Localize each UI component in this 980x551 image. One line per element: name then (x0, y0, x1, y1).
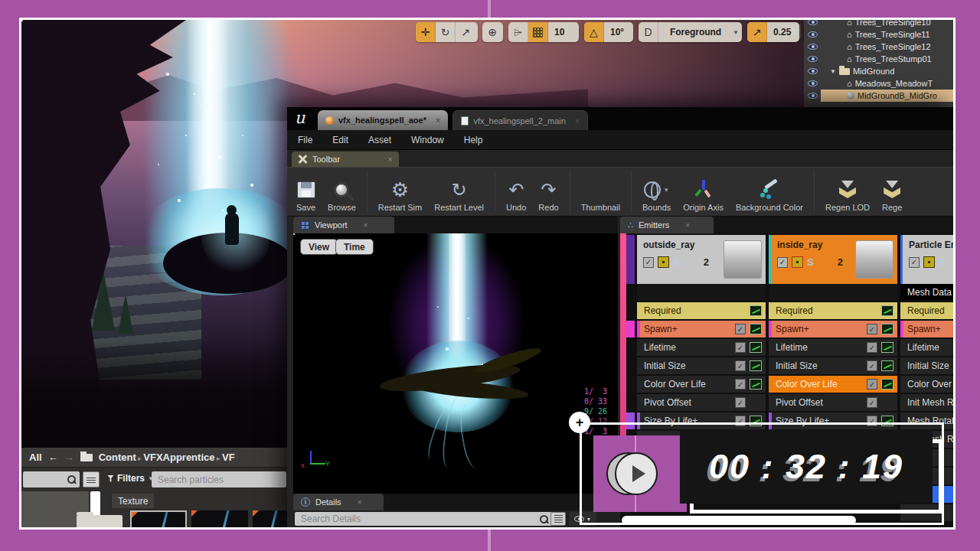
bounds-button[interactable]: ▼Bounds (636, 168, 677, 216)
curve-graph-icon[interactable] (881, 342, 893, 353)
module-row-required[interactable]: Required (769, 302, 897, 319)
view-button[interactable]: View (300, 239, 338, 255)
move-tool-icon[interactable]: ✛ (416, 22, 436, 42)
clipped-emitter-strip[interactable] (620, 233, 626, 442)
module-row-lifetime[interactable]: Lifetime✓ (637, 339, 766, 356)
curve-graph-icon[interactable] (750, 305, 762, 316)
asset-folder-icon[interactable] (77, 515, 122, 527)
module-row-blank[interactable] (637, 284, 766, 300)
outliner-row[interactable]: ⌂Trees_TreeSingle10 (804, 20, 953, 28)
tab-vfx-healingspell-aoe[interactable]: vfx_healingspell_aoe* × (318, 110, 448, 130)
solo-icon[interactable]: S (807, 256, 814, 268)
burst-icon[interactable] (923, 256, 935, 268)
save-button[interactable]: Save (290, 168, 322, 216)
window-titlebar[interactable]: u vfx_healingspell_aoe* × vfx_healingspe… (287, 107, 953, 130)
all-label[interactable]: All (29, 452, 42, 463)
property-matrix-button[interactable] (550, 512, 566, 526)
curve-graph-icon[interactable] (881, 324, 893, 334)
breadcrumb-item[interactable]: Content (99, 452, 136, 463)
restart-level-button[interactable]: ↻Restart Level (428, 168, 490, 216)
eye-icon[interactable] (804, 56, 821, 62)
curve-graph-icon[interactable] (750, 324, 762, 334)
emitter-header[interactable]: outside_ray ✓ S 2 (637, 235, 766, 284)
details-search-input[interactable] (295, 512, 552, 526)
tab-vfx-healingspell-2-main[interactable]: vfx_healingspell_2_main × (452, 110, 588, 130)
module-row-spawn-[interactable]: Spawn+✓ (769, 321, 897, 337)
eye-icon[interactable] (804, 80, 821, 86)
close-icon[interactable]: × (388, 155, 393, 164)
grid-snap-icon[interactable] (528, 22, 548, 42)
texture-filter-badge[interactable]: Texture (110, 494, 154, 508)
module-row-spawn-[interactable]: Spawn+✓ (637, 321, 766, 337)
module-enabled-checkbox[interactable]: ✓ (867, 324, 877, 334)
layer-dropdown[interactable]: Foreground (658, 27, 733, 37)
close-icon[interactable]: × (364, 221, 368, 230)
module-enabled-checkbox[interactable]: ✓ (867, 379, 877, 390)
particle-viewport[interactable]: View Time 1/ 30/ 339/ 265/ 121/ 3 xY (293, 233, 618, 494)
emitter-enabled-checkbox[interactable]: ✓ (643, 257, 654, 268)
menu-item-file[interactable]: File (298, 135, 312, 145)
menu-item-edit[interactable]: Edit (332, 135, 348, 145)
module-enabled-checkbox[interactable]: ✓ (867, 342, 877, 353)
asset-thumbnail[interactable] (191, 510, 248, 527)
module-enabled-checkbox[interactable]: ✓ (735, 360, 746, 371)
emitter-enabled-checkbox[interactable]: ✓ (777, 257, 788, 268)
curve-graph-icon[interactable] (881, 360, 893, 371)
module-row-init-mesh-ro[interactable]: Init Mesh Ro (900, 394, 953, 411)
rotation-snap-icon[interactable]: D (639, 22, 658, 42)
module-row-required[interactable]: Required (637, 302, 766, 319)
camera-speed-value[interactable]: 0.25 (767, 27, 797, 37)
timer-progress-bar[interactable] (622, 516, 856, 525)
scale-tool-icon[interactable]: ↗ (456, 22, 475, 42)
surface-snap-icon[interactable]: ⌲ (508, 22, 528, 42)
sources-search-input[interactable] (23, 471, 80, 487)
time-button[interactable]: Time (335, 239, 374, 255)
burst-icon[interactable] (792, 256, 803, 268)
filters-button[interactable]: Filters ▼ (107, 473, 154, 484)
tab-viewport[interactable]: Viewport × (293, 217, 394, 233)
eye-icon[interactable] (804, 93, 821, 99)
module-row-mesh-data[interactable]: Mesh Data (900, 284, 953, 300)
eye-icon[interactable] (804, 68, 821, 74)
eye-icon[interactable] (804, 20, 821, 25)
module-enabled-checkbox[interactable]: ✓ (867, 397, 877, 408)
breadcrumb-item[interactable]: VFXApprentice (143, 452, 214, 463)
outliner-row[interactable]: ⌂Trees_TreeStump01 (804, 53, 953, 65)
module-row-required[interactable]: Required (900, 302, 953, 319)
camera-speed-icon[interactable]: ↗ (747, 22, 767, 42)
module-enabled-checkbox[interactable]: ✓ (735, 324, 746, 334)
module-row-blank[interactable] (769, 284, 897, 300)
close-icon[interactable]: × (575, 116, 580, 126)
module-row-initial-size[interactable]: Initial Size✓ (769, 357, 897, 374)
angle-snap-value[interactable]: 10° (604, 27, 630, 37)
menu-item-window[interactable]: Window (411, 135, 444, 145)
tab-details[interactable]: i Details × (293, 494, 384, 510)
back-icon[interactable]: ← (48, 452, 58, 463)
outliner-row[interactable]: ⌂Trees_TreeSingle12 (804, 41, 953, 53)
angle-snap-icon[interactable]: △ (584, 22, 604, 42)
toolbar-panel-tab[interactable]: Toolbar × (292, 152, 399, 167)
close-icon[interactable]: × (358, 498, 362, 507)
clipped-emitter-header[interactable] (626, 235, 635, 284)
curve-graph-icon[interactable] (881, 379, 893, 390)
eye-icon[interactable] (804, 31, 821, 37)
plus-button[interactable]: + (569, 412, 590, 433)
browse-button[interactable]: Browse (322, 168, 362, 216)
grid-snap-value[interactable]: 10 (548, 27, 570, 37)
emitter-thumbnail[interactable] (724, 241, 761, 278)
module-row-color-over-life[interactable]: Color Over Life✓ (769, 376, 897, 393)
thumbnail-button[interactable]: Thumbnail (575, 168, 626, 216)
solo-icon[interactable]: S (939, 256, 946, 268)
forward-icon[interactable]: → (64, 452, 74, 463)
rege-button[interactable]: Rege (876, 168, 908, 216)
close-icon[interactable]: × (436, 116, 440, 125)
module-row-lifetime[interactable]: Lifetime✓ (769, 339, 897, 356)
regen-lod-button[interactable]: Regen LOD (819, 168, 876, 216)
eye-icon[interactable] (804, 44, 821, 50)
curve-graph-icon[interactable] (750, 379, 762, 390)
asset-search-input[interactable] (152, 471, 286, 487)
emitter-thumbnail[interactable] (856, 241, 893, 278)
outliner-row[interactable]: ⌂Meadows_MeadowT (804, 77, 953, 90)
emitter-header[interactable]: Particle Em ✓ S (900, 235, 953, 284)
module-row-initial-size[interactable]: Initial Size (900, 357, 953, 374)
